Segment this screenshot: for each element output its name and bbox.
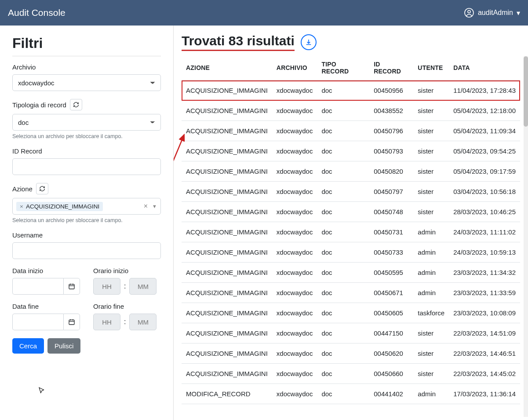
cell-tipo: doc: [317, 323, 369, 343]
cell-tipo: doc: [317, 384, 369, 404]
cell-id: 00450731: [369, 222, 413, 242]
cell-id: 00450797: [369, 182, 413, 202]
cell-data: 17/03/2023, 11:36:14: [449, 384, 520, 404]
col-azione[interactable]: AZIONE: [182, 55, 272, 80]
cell-tipo: doc: [317, 141, 369, 161]
table-row[interactable]: ACQUISIZIONE_IMMAGINIxdocwaydocdoc004506…: [182, 303, 520, 323]
cell-data: 05/04/2023, 09:17:59: [449, 161, 520, 182]
table-row[interactable]: ACQUISIZIONE_IMMAGINIxdocwaydocdoc004507…: [182, 182, 520, 202]
cell-archivio: xdocwaydoc: [272, 283, 317, 303]
user-menu[interactable]: auditAdmin ▾: [464, 7, 520, 18]
col-data[interactable]: DATA: [449, 55, 520, 80]
cell-archivio: xdocwaydoc: [272, 161, 317, 182]
table-row[interactable]: ACQUISIZIONE_IMMAGINIxdocwaydocdoc004509…: [182, 80, 520, 101]
data-fine-input[interactable]: [12, 314, 63, 330]
cell-archivio: xdocwaydoc: [272, 80, 317, 101]
cell-utente: sister: [413, 161, 449, 182]
results-panel: Trovati 83 risultati AZIONE ARCHIVIO TIP…: [174, 26, 528, 420]
azione-refresh-button[interactable]: [36, 183, 48, 194]
filters-heading: Filtri: [12, 35, 161, 51]
cell-id: 00450733: [369, 242, 413, 263]
cell-data: 22/03/2023, 14:46:51: [449, 343, 520, 364]
tipologia-refresh-button[interactable]: [70, 99, 82, 110]
azione-help: Seleziona un archivio per sbloccare il c…: [12, 217, 161, 223]
calendar-icon: [68, 283, 75, 290]
table-row[interactable]: ACQUISIZIONE_IMMAGINIxdocwaydocdoc004506…: [182, 343, 520, 364]
orario-fine-hh[interactable]: [93, 314, 120, 330]
table-row[interactable]: ACQUISIZIONE_IMMAGINIxdocwaydocdoc004505…: [182, 263, 520, 283]
table-row[interactable]: ACQUISIZIONE_IMMAGINIxdocwaydocdoc004507…: [182, 121, 520, 141]
col-utente[interactable]: UTENTE: [413, 55, 449, 80]
cell-tipo: doc: [317, 283, 369, 303]
cell-tipo: doc: [317, 343, 369, 364]
tipologia-help: Seleziona un archivio per sbloccare il c…: [12, 133, 161, 139]
download-icon: [305, 39, 312, 46]
svg-point-1: [468, 11, 470, 13]
orario-inizio-label: Orario inizio: [93, 267, 161, 274]
cell-id: 00447150: [369, 323, 413, 343]
cell-archivio: xdocwaydoc: [272, 263, 317, 283]
cell-data: 24/03/2023, 10:59:13: [449, 242, 520, 263]
col-tipo[interactable]: TIPO RECORD: [317, 55, 369, 80]
data-inizio-input[interactable]: [12, 278, 63, 295]
archivio-label: Archivio: [12, 63, 161, 71]
scrollbar-thumb[interactable]: [524, 56, 528, 127]
cell-azione: ACQUISIZIONE_IMMAGINI: [182, 80, 272, 101]
orario-inizio-mm[interactable]: [129, 278, 157, 295]
azione-multiselect[interactable]: × ACQUISIZIONE_IMMAGINI × ▼: [12, 198, 161, 215]
cell-utente: sister: [413, 80, 449, 101]
cell-azione: ACQUISIZIONE_IMMAGINI: [182, 182, 272, 202]
user-name: auditAdmin: [478, 9, 513, 17]
data-fine-label: Data fine: [12, 303, 80, 310]
table-row[interactable]: ACQUISIZIONE_IMMAGINIxdocwaydocdoc004471…: [182, 323, 520, 343]
cell-tipo: doc: [317, 182, 369, 202]
chevron-down-icon[interactable]: ▼: [152, 204, 157, 209]
table-row[interactable]: MODIFICA_RECORDxdocwaydocdoc00441402admi…: [182, 384, 520, 404]
cell-azione: ACQUISIZIONE_IMMAGINI: [182, 101, 272, 121]
data-inizio-calendar-button[interactable]: [63, 278, 80, 295]
cell-id: 00450660: [369, 364, 413, 384]
cell-archivio: xdocwaydoc: [272, 343, 317, 364]
tipologia-label: Tipologia di record: [12, 101, 66, 109]
data-inizio-label: Data inizio: [12, 267, 80, 274]
orario-inizio-hh[interactable]: [93, 278, 120, 295]
table-row[interactable]: ACQUISIZIONE_IMMAGINIxdocwaydocdoc004506…: [182, 364, 520, 384]
cerca-button[interactable]: Cerca: [12, 338, 44, 354]
cell-id: 00450956: [369, 80, 413, 101]
username-input[interactable]: [12, 242, 161, 259]
results-table: AZIONE ARCHIVIO TIPO RECORD ID RECORD UT…: [182, 55, 520, 404]
table-row[interactable]: ACQUISIZIONE_IMMAGINIxdocwaydocdoc004507…: [182, 222, 520, 242]
cell-data: 05/04/2023, 11:09:34: [449, 121, 520, 141]
clear-all-icon[interactable]: ×: [144, 202, 148, 210]
orario-fine-mm[interactable]: [129, 314, 157, 330]
cell-data: 22/03/2023, 14:45:02: [449, 364, 520, 384]
cell-data: 23/03/2023, 10:08:09: [449, 303, 520, 323]
tipologia-select[interactable]: doc: [12, 114, 161, 131]
cell-archivio: xdocwaydoc: [272, 303, 317, 323]
cell-azione: ACQUISIZIONE_IMMAGINI: [182, 222, 272, 242]
tag-remove-icon[interactable]: ×: [20, 203, 23, 210]
col-archivio[interactable]: ARCHIVIO: [272, 55, 317, 80]
cell-azione: ACQUISIZIONE_IMMAGINI: [182, 303, 272, 323]
cell-utente: sister: [413, 343, 449, 364]
cell-tipo: doc: [317, 263, 369, 283]
table-row[interactable]: ACQUISIZIONE_IMMAGINIxdocwaydocdoc004508…: [182, 161, 520, 182]
cell-id: 00450793: [369, 141, 413, 161]
download-button[interactable]: [301, 34, 317, 50]
cell-tipo: doc: [317, 202, 369, 222]
table-row[interactable]: ACQUISIZIONE_IMMAGINIxdocwaydocdoc004507…: [182, 202, 520, 222]
cell-azione: MODIFICA_RECORD: [182, 384, 272, 404]
cell-id: 00450671: [369, 283, 413, 303]
data-fine-calendar-button[interactable]: [63, 314, 80, 330]
col-id[interactable]: ID RECORD: [369, 55, 413, 80]
id-record-input[interactable]: [12, 158, 161, 175]
cell-utente: sister: [413, 101, 449, 121]
azione-tag: × ACQUISIZIONE_IMMAGINI: [16, 202, 103, 211]
table-row[interactable]: ACQUISIZIONE_IMMAGINIxdocwaydocdoc004385…: [182, 101, 520, 121]
cell-id: 00450796: [369, 121, 413, 141]
pulisci-button[interactable]: Pulisci: [47, 338, 80, 354]
table-row[interactable]: ACQUISIZIONE_IMMAGINIxdocwaydocdoc004506…: [182, 283, 520, 303]
table-row[interactable]: ACQUISIZIONE_IMMAGINIxdocwaydocdoc004507…: [182, 141, 520, 161]
table-row[interactable]: ACQUISIZIONE_IMMAGINIxdocwaydocdoc004507…: [182, 242, 520, 263]
archivio-select[interactable]: xdocwaydoc: [12, 74, 161, 91]
